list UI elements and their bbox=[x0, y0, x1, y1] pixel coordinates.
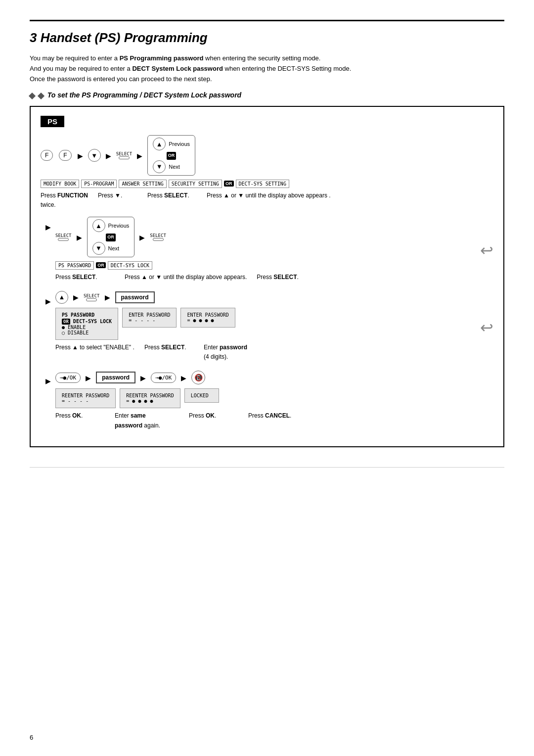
section-row-3: ▲ SELECT password PS PASSWORD OR DECT-SY… bbox=[41, 291, 493, 364]
next-label: Next bbox=[169, 163, 180, 171]
left-section-arrow bbox=[45, 222, 51, 232]
select-label-3: SELECT bbox=[150, 233, 166, 238]
diamond-icon2 bbox=[38, 93, 44, 99]
password-box-1: password bbox=[115, 291, 155, 303]
ok-button-1[interactable]: →●/OK bbox=[55, 373, 81, 383]
f-button-2[interactable]: F bbox=[59, 150, 71, 161]
select-label-top: SELECT bbox=[116, 151, 133, 156]
flow-row-2: SELECT ▲ Previous OR ▼ Next bbox=[55, 217, 475, 257]
arrow-4 bbox=[77, 232, 82, 242]
or-badge-menu1: OR bbox=[224, 181, 234, 187]
or-badge-1: OR bbox=[167, 152, 177, 160]
password-box-2: password bbox=[96, 372, 135, 383]
enter-pw-title-1: ENTER PASSWORD bbox=[129, 312, 170, 318]
reenter-row: REENTER PASSWORD = - - - - REENTER PASSW… bbox=[55, 388, 493, 408]
section-title: To set the PS Programming / DECT System … bbox=[30, 91, 504, 99]
arrow-6 bbox=[73, 292, 79, 302]
flow-row-4: →●/OK password →●/OK 📵 bbox=[55, 371, 493, 384]
flow-row-1: F F ▼ SELECT ▲ Previous OR ▼ Next bbox=[41, 135, 493, 176]
phone-icon[interactable]: 📵 bbox=[191, 371, 205, 384]
menu-modify-book: MODIFY BOOK bbox=[41, 180, 79, 188]
section-row-2: SELECT ▲ Previous OR ▼ Next bbox=[41, 217, 493, 284]
arrow-1 bbox=[78, 150, 83, 161]
next-label-2: Next bbox=[108, 244, 120, 253]
select-button-1[interactable] bbox=[119, 156, 130, 159]
select-label-4: SELECT bbox=[84, 293, 100, 298]
flow-row-3: ▲ SELECT password bbox=[55, 291, 475, 304]
f-button-1[interactable]: F bbox=[41, 150, 53, 161]
arrow-3 bbox=[137, 150, 142, 161]
press-function-label: Press FUNCTION bbox=[41, 192, 88, 199]
step2-desc: Press SELECT. Press ▲ or ▼ until the dis… bbox=[55, 273, 475, 284]
up-arrow-icon-3[interactable]: ▲ bbox=[55, 291, 68, 304]
select-button-4[interactable] bbox=[86, 298, 97, 301]
ps-password-title: PS PASSWORD bbox=[62, 312, 112, 318]
step3-desc: Press ▲ to select "ENABLE" . Press SELEC… bbox=[55, 343, 475, 364]
reenter-val-1: = - - - - bbox=[62, 398, 109, 404]
page-number: 6 bbox=[30, 734, 33, 741]
select-button-3[interactable] bbox=[153, 238, 164, 241]
or-badge-2: OR bbox=[106, 234, 116, 241]
twice-label: twice. bbox=[41, 201, 56, 208]
enter-password-box-2: ENTER PASSWORD = ● ● ● ● bbox=[180, 308, 235, 328]
down-arrow-icon-2[interactable]: ▼ bbox=[92, 242, 105, 255]
diamond-icon bbox=[29, 93, 36, 99]
press-nav-2-label: Press ▲ or ▼ until the display above app… bbox=[125, 274, 247, 281]
locked-box: LOCKED bbox=[184, 388, 219, 403]
down-nav-icon[interactable]: ▼ bbox=[88, 149, 101, 162]
menu-dect-sys-setting: DECT-SYS SETTING bbox=[236, 180, 289, 188]
enable-disable-row: PS PASSWORD OR DECT-SYS LOCK ● ENABLE ○ … bbox=[55, 308, 475, 340]
arrow-2 bbox=[106, 150, 111, 161]
enter-pw-label: Enter password(4 digits). bbox=[204, 344, 247, 360]
section-row-4: →●/OK password →●/OK 📵 REENTER PASSWORD … bbox=[41, 371, 493, 432]
or-badge-menu2: OR bbox=[96, 262, 106, 268]
menu-ps-program: PS-PROGRAM bbox=[81, 180, 117, 188]
previous-label: Previous bbox=[169, 140, 190, 148]
ps-password-enable-box: PS PASSWORD OR DECT-SYS LOCK ● ENABLE ○ … bbox=[55, 308, 118, 340]
select-label-2: SELECT bbox=[55, 233, 72, 238]
menu-dect-sys-lock: DECT-SYS LOCK bbox=[108, 261, 152, 270]
enter-pw-val-2: = ● ● ● ● bbox=[187, 318, 228, 323]
step1-desc: Press FUNCTION twice. Press ▼. Press SEL… bbox=[41, 191, 493, 212]
press-cancel-label: Press CANCEL. bbox=[248, 412, 291, 419]
intro-text: You may be required to enter a PS Progra… bbox=[30, 53, 504, 84]
locked-title: LOCKED bbox=[191, 393, 213, 398]
press-down-label: Press ▼. bbox=[98, 192, 122, 199]
press-select-2-label: Press SELECT. bbox=[55, 274, 97, 281]
left-section-arrow-4 bbox=[45, 376, 51, 386]
press-nav-label: Press ▲ or ▼ until the display above app… bbox=[207, 192, 331, 199]
enter-pw-title-2: ENTER PASSWORD bbox=[187, 312, 228, 318]
menu-row-1: MODIFY BOOK PS-PROGRAM ANSWER SETTING SE… bbox=[41, 180, 493, 188]
curved-arrow-1: ↩ bbox=[475, 241, 493, 260]
or-badge-3: OR bbox=[62, 319, 70, 325]
step4-desc: Press OK. Enter samepassword again. Pres… bbox=[55, 411, 493, 432]
ps-enable: ● ENABLE bbox=[62, 325, 112, 330]
chapter-title: 3 Handset (PS) Programming bbox=[30, 30, 504, 46]
ps-header: PS bbox=[41, 116, 64, 127]
press-select-3-label: Press SELECT. bbox=[257, 274, 299, 281]
reenter-password-box-2: REENTER PASSWORD = ● ● ● ● bbox=[120, 388, 180, 408]
bottom-divider bbox=[30, 467, 504, 468]
arrow-9 bbox=[140, 373, 146, 383]
press-ok1-label: Press OK. bbox=[55, 412, 83, 419]
enter-password-box-1: ENTER PASSWORD = - - - - bbox=[122, 308, 177, 328]
down-arrow-icon[interactable]: ▼ bbox=[153, 160, 166, 173]
up-arrow-icon-2[interactable]: ▲ bbox=[92, 219, 105, 232]
previous-label-2: Previous bbox=[108, 222, 130, 230]
press-ok2-label: Press OK. bbox=[189, 412, 216, 419]
left-section-arrow-3 bbox=[45, 296, 51, 306]
reenter-title-1: REENTER PASSWORD bbox=[62, 393, 109, 398]
main-instruction-box: PS F F ▼ SELECT ▲ Previous OR ▼ Next bbox=[30, 106, 504, 447]
arrow-5 bbox=[139, 232, 145, 242]
reenter-title-2: REENTER PASSWORD bbox=[126, 393, 174, 398]
prev-next-group-1: ▲ Previous OR ▼ Next bbox=[147, 135, 195, 176]
or-dect-sys: OR DECT-SYS LOCK bbox=[62, 319, 112, 325]
select-button-2[interactable] bbox=[58, 238, 69, 241]
ok-button-2[interactable]: →●/OK bbox=[151, 373, 176, 383]
arrow-10 bbox=[181, 373, 186, 383]
up-arrow-icon[interactable]: ▲ bbox=[153, 138, 166, 150]
reenter-password-box-1: REENTER PASSWORD = - - - - bbox=[55, 388, 116, 408]
arrow-7 bbox=[105, 292, 110, 302]
menu-ps-password: PS PASSWORD bbox=[55, 261, 94, 270]
top-rule bbox=[30, 20, 504, 21]
